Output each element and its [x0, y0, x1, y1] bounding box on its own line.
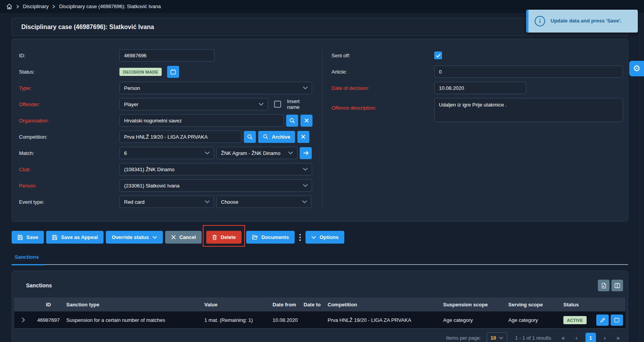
case-form-panel: ID: Status: DECISION MADE Type:	[12, 39, 628, 222]
override-status-button[interactable]: Override status	[106, 231, 162, 244]
competition-search-button[interactable]	[244, 131, 256, 143]
documents-button[interactable]: Documents	[246, 231, 295, 244]
id-label: ID:	[19, 52, 119, 58]
more-actions-handle[interactable]	[299, 234, 301, 241]
col-value: Value	[203, 302, 271, 308]
first-page-button[interactable]: «	[559, 334, 568, 342]
chevron-down-icon	[303, 184, 308, 187]
offender-select[interactable]: Player	[119, 98, 268, 110]
offence-description-label: Offence description:	[331, 98, 434, 111]
type-select[interactable]: Person	[119, 82, 312, 94]
breadcrumb-disciplinary[interactable]: Disciplinary	[23, 3, 48, 9]
col-id: ID	[32, 302, 65, 308]
insert-name-label: Insert name	[287, 98, 313, 110]
save-button[interactable]: Save	[12, 231, 44, 244]
expand-row-button[interactable]	[16, 317, 31, 323]
article-label: Article:	[331, 69, 434, 75]
settings-gear-button[interactable]: ⚙	[629, 61, 644, 76]
sanction-status-badge: ACTIVE	[563, 316, 587, 324]
event-type-select[interactable]: Red card	[119, 196, 214, 208]
sent-off-checkbox[interactable]	[434, 52, 442, 59]
insert-name-checkbox[interactable]	[274, 101, 281, 108]
person-label: Person:	[19, 182, 119, 189]
status-badge: DECISION MADE	[119, 68, 162, 76]
tab-sanctions[interactable]: Sanctions	[12, 254, 45, 265]
search-icon	[247, 134, 253, 140]
arrow-right-icon	[303, 151, 309, 155]
chevron-down-icon	[302, 200, 307, 203]
columns-settings-button[interactable]	[611, 280, 623, 291]
offence-description-textarea[interactable]: Udaljen iz igre Prije utakmice .	[434, 98, 623, 122]
col-serving-scope: Serving scope	[507, 302, 562, 308]
chevron-down-icon	[288, 151, 293, 155]
pagination: Items per page: 10 1 - 1 of 1 results « …	[14, 329, 625, 342]
date-of-decision-input[interactable]	[434, 82, 526, 94]
chevron-right-icon	[16, 5, 19, 9]
cancel-button[interactable]: Cancel	[165, 231, 202, 244]
organisation-search-button[interactable]	[286, 115, 298, 127]
match-label: Match:	[19, 150, 119, 156]
items-per-page-select[interactable]: 10	[487, 332, 507, 342]
delete-button[interactable]: Delete	[206, 231, 242, 244]
competition-clear-button[interactable]	[297, 131, 309, 143]
last-page-button[interactable]: »	[614, 334, 622, 342]
check-icon	[436, 53, 441, 58]
edit-sanction-button[interactable]	[596, 315, 609, 326]
chevron-down-icon	[259, 103, 264, 106]
chevron-down-icon	[205, 200, 210, 203]
items-per-page-label: Items per page:	[446, 335, 481, 341]
save-as-appeal-button[interactable]: Save as Appeal	[46, 231, 104, 244]
article-input[interactable]	[434, 65, 623, 78]
toast-message: Update data and press 'Save'.	[551, 18, 622, 24]
sanction-suspension-scope: Age category	[442, 317, 507, 323]
type-label: Type:	[19, 85, 119, 91]
chevron-down-icon	[152, 236, 157, 239]
competition-input[interactable]	[119, 131, 242, 143]
gear-icon: ⚙	[633, 64, 641, 74]
sanction-row: 46987697 Suspension for a certain number…	[14, 311, 625, 329]
info-toast: Update data and press 'Save'.	[526, 10, 638, 33]
status-label: Status:	[19, 69, 119, 75]
organisation-input[interactable]	[119, 114, 284, 127]
match-round-select[interactable]: 6	[119, 147, 214, 159]
chevron-down-icon	[311, 236, 316, 239]
vertical-dots-icon	[299, 234, 301, 241]
page-title: Disciplinary case (46987696): Slatković …	[21, 24, 154, 31]
options-button[interactable]: Options	[306, 231, 344, 244]
col-competition: Competition	[326, 302, 442, 308]
case-tabs: Sanctions	[12, 254, 628, 265]
go-to-match-button[interactable]	[300, 147, 312, 159]
person-select[interactable]: (233061) Slatković Ivana	[119, 179, 312, 192]
chevron-down-icon	[303, 168, 308, 171]
tabs-rule	[12, 264, 628, 265]
next-page-button[interactable]: ›	[601, 334, 608, 342]
actions-toolbar: Save Save as Appeal Override status Canc…	[12, 231, 628, 244]
organisation-clear-button[interactable]	[300, 115, 313, 127]
status-history-button[interactable]	[167, 66, 179, 78]
prev-page-button[interactable]: ‹	[573, 334, 580, 342]
id-input[interactable]	[119, 49, 214, 62]
excel-file-icon	[601, 283, 606, 289]
calendar-icon	[614, 317, 620, 323]
info-icon	[535, 16, 545, 26]
breadcrumb-current-case: Disciplinary case (46987696): Slatković …	[59, 3, 161, 9]
organisation-label: Organisation:	[19, 117, 119, 124]
export-excel-button[interactable]	[598, 280, 609, 291]
chevron-right-icon	[52, 5, 55, 9]
sanctions-table-header: ID Sanction type Value Date from Date to…	[14, 297, 625, 311]
home-icon[interactable]	[6, 3, 12, 10]
calendar-icon	[170, 69, 176, 75]
col-date-to: Date to	[302, 302, 326, 308]
sanction-id: 46987697	[32, 317, 65, 323]
col-sanction-type: Sanction type	[65, 302, 203, 308]
event-subtype-select[interactable]: Choose	[216, 196, 311, 208]
page-1-button[interactable]: 1	[585, 333, 596, 342]
competition-archive-button[interactable]: Archive	[258, 131, 295, 143]
sanction-calendar-button[interactable]	[611, 315, 623, 326]
club-select[interactable]: (108341) ŽNK Dinamo	[119, 163, 312, 175]
sanction-type: Suspension for a certain number of match…	[65, 317, 203, 323]
club-label: Club:	[19, 166, 119, 172]
close-icon	[171, 235, 176, 240]
save-icon	[17, 235, 23, 240]
match-pairing-select[interactable]: ŽNK Agram - ŽNK Dinamo	[216, 147, 297, 159]
